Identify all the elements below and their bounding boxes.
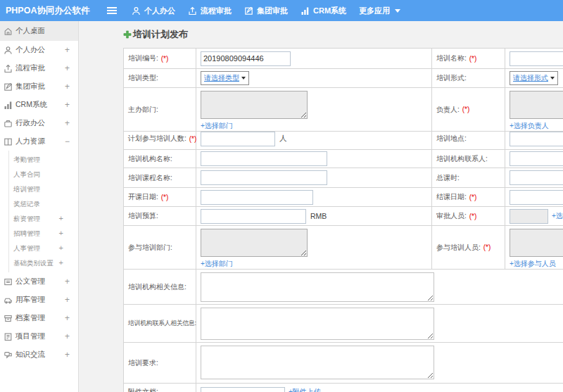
sidebar-item-knowledge[interactable]: 知识交流 +	[0, 346, 78, 364]
training-name-input[interactable]	[510, 51, 563, 66]
join-people-textarea[interactable]	[510, 229, 563, 257]
training-form: 培训编号:(*) 培训名称:(*) 培训类型: 请选择类型 培训形式: 请选择形…	[123, 48, 563, 392]
briefcase-icon	[4, 119, 13, 128]
label-attachment: 附件文档:	[124, 384, 196, 392]
sidebar-subitem-attendance[interactable]: 考勤管理	[13, 152, 78, 167]
app-logo: PHPOA协同办公软件	[0, 5, 101, 17]
upload-attachment-link[interactable]: +附件上传	[289, 387, 321, 392]
main-content: 培训计划发布 培训编号:(*) 培训名称:(*) 培训类型: 请选择类型 培训形…	[79, 21, 563, 392]
label-leader: 负责人:(*)	[432, 88, 505, 132]
process-approval-icon	[188, 6, 197, 15]
label-host-dept: 主办部门:	[124, 88, 196, 132]
caret-down-icon	[395, 9, 400, 13]
clipboard-icon	[4, 332, 13, 341]
org-name-input[interactable]	[201, 151, 327, 166]
sidebar-item-vehicle[interactable]: 用车管理 +	[0, 291, 78, 309]
crm-chart-icon	[4, 101, 13, 110]
budget-input[interactable]	[201, 209, 306, 224]
training-form-select[interactable]: 请选择形式	[510, 71, 558, 85]
org-contact-input[interactable]	[510, 151, 563, 166]
sidebar-item-archives[interactable]: 档案管理 +	[0, 309, 78, 327]
label-org-contact: 培训机构联系人:	[432, 150, 505, 168]
end-date-input[interactable]	[510, 190, 563, 205]
sidebar-item-hr[interactable]: 人力资源 −	[0, 132, 78, 151]
nav-more-apps[interactable]: 更多应用	[353, 0, 407, 21]
training-type-select[interactable]: 请选择类型	[201, 71, 249, 85]
process-approval-icon	[4, 64, 13, 73]
label-training-type: 培训类型:	[124, 69, 196, 88]
label-approver: 审批人员:(*)	[432, 207, 505, 226]
label-budget: 培训预算:	[124, 207, 196, 226]
approver-input[interactable]	[510, 209, 548, 224]
chat-icon	[4, 350, 13, 360]
host-dept-textarea[interactable]	[201, 91, 308, 119]
page-title: 培训计划发布	[123, 27, 563, 42]
sidebar-item-personal-office[interactable]: 个人办公 +	[0, 41, 78, 59]
nav-process-approval[interactable]: 流程审批	[182, 0, 238, 21]
group-approval-icon	[4, 82, 13, 91]
label-training-no: 培训编号:(*)	[124, 49, 196, 69]
sidebar-hr-children: 考勤管理 人事合同 培训管理 奖惩记录 薪资管理+ 招聘管理+ 人事管理+ 基础…	[8, 151, 78, 272]
label-org-info: 培训机构相关信息:	[124, 270, 196, 305]
archive-icon	[4, 314, 13, 323]
document-icon	[4, 277, 13, 286]
user-icon	[132, 6, 141, 15]
location-input[interactable]	[510, 132, 563, 146]
sidebar-subitem-personnel[interactable]: 人事管理+	[13, 241, 78, 255]
requirement-textarea[interactable]	[201, 346, 434, 379]
org-contact-info-textarea[interactable]	[201, 308, 434, 340]
car-icon	[4, 296, 13, 305]
sidebar-subitem-rewards[interactable]: 奖惩记录	[13, 196, 78, 211]
select-participants-link[interactable]: +选择参与人员	[510, 259, 556, 269]
planned-count-input[interactable]	[201, 132, 275, 146]
leader-textarea[interactable]	[510, 91, 563, 119]
sidebar-item-group-approval[interactable]: 集团审批 +	[0, 77, 78, 96]
sidebar-item-documents[interactable]: 公文管理 +	[0, 272, 78, 291]
menu-icon[interactable]	[101, 7, 122, 14]
label-course-name: 培训课程名称:	[124, 168, 196, 188]
sidebar-subitem-training[interactable]: 培训管理	[13, 182, 78, 196]
label-training-form: 培训形式:	[432, 69, 505, 88]
select-join-dept-link[interactable]: +选择部门	[201, 259, 233, 269]
select-arrow-icon	[241, 77, 246, 80]
sidebar-subitem-base-category[interactable]: 基础类别设置+	[13, 255, 78, 270]
label-org-name: 培训机构名称:	[124, 150, 196, 168]
training-no-input[interactable]	[201, 51, 291, 66]
sidebar-item-projects[interactable]: 项目管理 +	[0, 327, 78, 346]
label-requirement: 培训要求:	[124, 343, 196, 384]
home-icon	[4, 27, 13, 36]
group-approval-icon	[244, 6, 253, 15]
nav-group-approval[interactable]: 集团审批	[238, 0, 294, 21]
book-icon	[4, 137, 13, 146]
user-icon	[4, 46, 13, 55]
crm-chart-icon	[301, 6, 310, 15]
sidebar-subitem-salary[interactable]: 薪资管理+	[13, 211, 78, 226]
label-join-dept: 参与培训部门:	[124, 226, 196, 270]
label-join-people: 参与培训人员:(*)	[432, 226, 505, 270]
select-approver-link[interactable]: +选择审批人员	[552, 211, 563, 221]
sidebar-subitem-hr-contract[interactable]: 人事合同	[13, 167, 78, 182]
topbar: PHPOA协同办公软件 个人办公 流程审批 集团审批 CRM系统 更多应用	[0, 0, 563, 21]
label-start-date: 开课日期:(*)	[124, 188, 196, 207]
plus-icon	[123, 30, 132, 39]
join-dept-textarea[interactable]	[201, 229, 308, 257]
sidebar-item-crm[interactable]: CRM系统 +	[0, 96, 78, 114]
start-date-input[interactable]	[201, 190, 313, 205]
attachment-input[interactable]	[201, 387, 285, 392]
nav-personal-office[interactable]: 个人办公	[125, 0, 182, 21]
top-nav: 个人办公 流程审批 集团审批 CRM系统 更多应用	[125, 0, 407, 21]
total-hours-input[interactable]	[510, 170, 563, 185]
label-training-name: 培训名称:(*)	[432, 49, 505, 69]
label-total-hours: 总课时:	[432, 168, 505, 188]
sidebar-item-admin-office[interactable]: 行政办公 +	[0, 114, 78, 132]
label-location: 培训地点:	[432, 128, 505, 150]
label-end-date: 结课日期:(*)	[432, 188, 505, 207]
org-info-textarea[interactable]	[201, 272, 434, 302]
sidebar-subitem-recruit[interactable]: 招聘管理+	[13, 226, 78, 241]
nav-crm[interactable]: CRM系统	[294, 0, 353, 21]
course-name-input[interactable]	[201, 170, 327, 185]
label-planned-count: 计划参与培训人数:(*)	[124, 128, 196, 150]
sidebar-item-process-approval[interactable]: 流程审批 +	[0, 59, 78, 77]
sidebar-item-desktop[interactable]: 个人桌面	[0, 21, 78, 41]
sidebar: 个人桌面 个人办公 + 流程审批 + 集团审批 + CRM系统 + 行政办公 +…	[0, 21, 79, 392]
